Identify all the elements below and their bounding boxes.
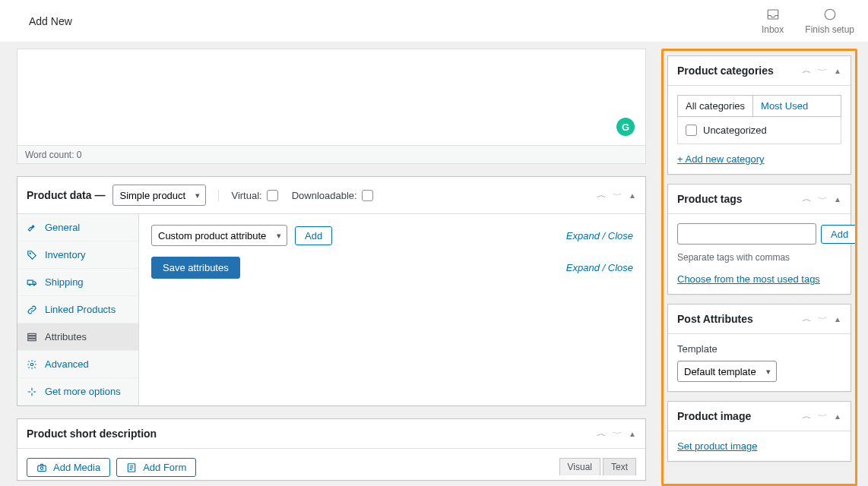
product-data-body: General Inventory Shipping Linked Produc… <box>17 214 645 406</box>
gear-icon <box>27 359 37 370</box>
product-data-panel: Product data — Simple product Virtual: D… <box>17 176 646 406</box>
visual-tab[interactable]: Visual <box>559 458 600 475</box>
product-tags-title: Product tags <box>677 193 743 205</box>
tag-icon <box>27 250 37 260</box>
triangle-up-icon[interactable]: ▲ <box>834 315 841 323</box>
template-label: Template <box>677 343 841 355</box>
chevron-down-icon[interactable]: ﹀ <box>613 191 622 200</box>
expand-close-link-bottom[interactable]: Expand / Close <box>566 262 633 273</box>
chevron-down-icon[interactable]: ﹀ <box>818 412 828 421</box>
inbox-icon <box>766 8 780 21</box>
product-data-tabs: General Inventory Shipping Linked Produc… <box>17 214 139 406</box>
virtual-toggle[interactable]: Virtual: <box>231 190 277 201</box>
attributes-content: Custom product attribute Add Expand / Cl… <box>139 214 645 406</box>
expand-close-link-top[interactable]: Expand / Close <box>566 230 633 241</box>
page-title: Add New <box>29 15 72 27</box>
chevron-up-icon[interactable]: ︿ <box>802 314 812 324</box>
main-column: G Word count: 0 Product data — Simple pr… <box>17 49 646 481</box>
downloadable-checkbox[interactable] <box>362 190 373 201</box>
word-count: Word count: 0 <box>25 150 81 160</box>
wrench-icon <box>27 222 37 233</box>
chevron-down-icon[interactable]: ﹀ <box>818 194 828 204</box>
sparkle-icon <box>27 387 37 397</box>
product-categories-box: Product categories ︿ ﹀ ▲ All categories … <box>667 55 851 175</box>
chevron-down-icon[interactable]: ﹀ <box>613 429 622 439</box>
tab-general[interactable]: General <box>17 214 138 241</box>
chevron-up-icon[interactable]: ︿ <box>597 191 607 200</box>
product-tags-box: Product tags ︿ ﹀ ▲ Add Separate tags wit… <box>667 184 851 295</box>
svg-rect-3 <box>27 280 33 284</box>
save-attributes-button[interactable]: Save attributes <box>151 257 240 279</box>
triangle-up-icon[interactable]: ▲ <box>629 430 636 438</box>
chevron-up-icon[interactable]: ︿ <box>802 194 812 204</box>
product-data-controls: ︿ ﹀ ▲ <box>597 188 636 202</box>
product-image-title: Product image <box>677 410 751 422</box>
product-image-box: Product image ︿ ﹀ ▲ Set product image <box>667 401 851 462</box>
chevron-up-icon[interactable]: ︿ <box>802 412 812 421</box>
add-form-button[interactable]: Add Form <box>116 458 196 477</box>
template-select[interactable]: Default template <box>677 361 777 382</box>
triangle-up-icon[interactable]: ▲ <box>834 195 841 204</box>
add-tag-button[interactable]: Add <box>821 225 857 244</box>
sidebar: Product categories ︿ ﹀ ▲ All categories … <box>661 49 857 486</box>
uncategorized-checkbox[interactable] <box>686 125 697 136</box>
grammarly-icon[interactable]: G <box>616 118 635 136</box>
finish-setup-label: Finish setup <box>805 24 854 35</box>
virtual-checkbox[interactable] <box>267 190 278 201</box>
tags-help-text: Separate tags with commas <box>677 252 841 263</box>
truck-icon <box>27 277 37 288</box>
post-attributes-title: Post Attributes <box>677 313 753 325</box>
inbox-button[interactable]: Inbox <box>762 8 784 35</box>
short-description-panel: Product short description ︿ ﹀ ▲ Add Medi… <box>17 418 646 481</box>
choose-tags-link[interactable]: Choose from the most used tags <box>677 273 820 285</box>
main-editor[interactable]: G Word count: 0 <box>17 49 646 164</box>
camera-icon <box>36 462 47 473</box>
svg-point-9 <box>30 363 33 366</box>
svg-rect-7 <box>28 336 36 337</box>
tag-input[interactable] <box>677 223 816 245</box>
set-product-image-link[interactable]: Set product image <box>677 440 758 452</box>
svg-point-1 <box>825 9 835 20</box>
finish-setup-button[interactable]: Finish setup <box>805 8 854 35</box>
short-description-title: Product short description <box>27 428 157 440</box>
svg-rect-8 <box>28 339 36 340</box>
link-icon <box>27 305 37 315</box>
triangle-up-icon[interactable]: ▲ <box>834 67 841 75</box>
triangle-up-icon[interactable]: ▲ <box>834 412 841 421</box>
uncategorized-row[interactable]: Uncategorized <box>686 125 833 136</box>
chevron-up-icon[interactable]: ︿ <box>597 429 607 439</box>
chevron-up-icon[interactable]: ︿ <box>802 66 812 76</box>
text-tab[interactable]: Text <box>603 458 636 475</box>
triangle-up-icon[interactable]: ▲ <box>629 191 636 200</box>
product-categories-title: Product categories <box>677 65 774 77</box>
svg-point-2 <box>30 253 30 254</box>
add-new-category-link[interactable]: + Add new category <box>677 153 765 165</box>
category-tabs: All categories Most Used <box>677 95 841 117</box>
form-icon <box>126 462 137 473</box>
svg-rect-6 <box>28 333 36 335</box>
most-used-tab[interactable]: Most Used <box>753 96 816 116</box>
add-attribute-button[interactable]: Add <box>295 226 332 245</box>
circle-icon <box>823 8 837 21</box>
tab-linked-products[interactable]: Linked Products <box>17 296 138 323</box>
tab-shipping[interactable]: Shipping <box>17 269 138 296</box>
product-data-toggles: Virtual: Downloadable: <box>218 190 372 201</box>
all-categories-tab[interactable]: All categories <box>678 96 753 116</box>
attribute-select[interactable]: Custom product attribute <box>151 225 287 246</box>
tab-get-more-options[interactable]: Get more options <box>17 378 138 406</box>
svg-point-11 <box>40 466 43 469</box>
svg-rect-10 <box>38 465 46 472</box>
top-header: Add New Inbox Finish setup <box>0 0 868 43</box>
tab-advanced[interactable]: Advanced <box>17 351 138 378</box>
tab-inventory[interactable]: Inventory <box>17 241 138 269</box>
list-icon <box>27 332 37 342</box>
tab-attributes[interactable]: Attributes <box>17 323 138 351</box>
downloadable-toggle[interactable]: Downloadable: <box>292 190 373 201</box>
product-data-header: Product data — Simple product Virtual: D… <box>17 177 645 214</box>
post-attributes-box: Post Attributes ︿ ﹀ ▲ Template Default t… <box>667 304 851 392</box>
add-media-button[interactable]: Add Media <box>27 458 110 477</box>
header-actions: Inbox Finish setup <box>762 8 854 35</box>
chevron-down-icon[interactable]: ﹀ <box>818 314 828 324</box>
chevron-down-icon[interactable]: ﹀ <box>818 66 828 76</box>
product-type-select[interactable]: Simple product <box>112 185 206 206</box>
